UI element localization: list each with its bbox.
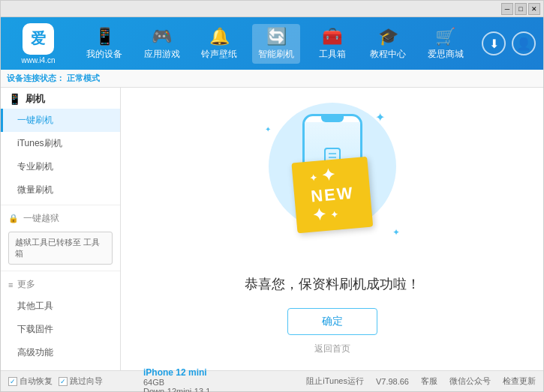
itunes-flash-label: iTunes刷机 xyxy=(17,138,62,148)
apps-games-icon: 🎮 xyxy=(152,27,172,46)
auto-connect-check-icon: ✓ xyxy=(8,377,17,386)
store-icon: 🛒 xyxy=(435,27,455,46)
toolbox-label: 工具箱 xyxy=(319,48,346,61)
nav-ringtones[interactable]: 🔔 铃声壁纸 xyxy=(195,24,243,64)
download-firmware-label: 下载固件 xyxy=(17,324,53,334)
jailbreak-icon: 🔒 xyxy=(8,214,19,223)
confirm-button[interactable]: 确定 xyxy=(287,308,377,335)
title-bar: ─ □ ✕ xyxy=(1,1,543,17)
logo-icon: 爱 xyxy=(23,23,54,55)
one-key-flash-label: 一键刷机 xyxy=(17,115,53,125)
device-model: Down-12mini-13,1 xyxy=(143,387,225,393)
device-status-label: 设备连接状态： xyxy=(7,73,65,82)
sidebar-item-micro-flash[interactable]: 微量刷机 xyxy=(1,178,120,202)
sparkle-3: ✦ xyxy=(392,227,400,238)
logo-url: www.i4.cn xyxy=(21,56,55,64)
smart-flash-icon: 🔄 xyxy=(266,27,287,46)
skip-wizard-checkbox[interactable]: ✓ 跳过向导 xyxy=(59,376,103,387)
app-window: ─ □ ✕ 爱 www.i4.cn 📱 我的设备 🎮 应用游戏 🔔 铃声壁纸 🔄 xyxy=(0,0,544,392)
device-name: iPhone 12 mini xyxy=(143,367,225,378)
store-label: 爱思商城 xyxy=(428,48,464,61)
new-badge: ✦ NEW ✦ xyxy=(291,157,373,233)
nav-my-device[interactable]: 📱 我的设备 xyxy=(80,24,128,64)
advanced-label: 高级功能 xyxy=(17,347,53,358)
sidebar-item-itunes-flash[interactable]: iTunes刷机 xyxy=(1,132,120,155)
sidebar: 📱 刷机 一键刷机 iTunes刷机 专业刷机 微量刷机 🔒 一键越狱 xyxy=(1,88,121,370)
smart-flash-label: 智能刷机 xyxy=(258,48,294,61)
sidebar-item-advanced[interactable]: 高级功能 xyxy=(1,341,120,364)
jailbreak-locked-box: 越狱工具已转移至 工具箱 xyxy=(8,232,113,265)
itunes-status[interactable]: 阻止iTunes运行 xyxy=(306,376,364,387)
pro-flash-label: 专业刷机 xyxy=(17,161,53,172)
close-btn[interactable]: ✕ xyxy=(528,3,540,15)
jailbreak-label: 一键越狱 xyxy=(23,212,59,225)
ringtones-icon: 🔔 xyxy=(209,27,230,46)
jailbreak-section-header: 🔒 一键越狱 xyxy=(1,208,120,229)
header: 爱 www.i4.cn 📱 我的设备 🎮 应用游戏 🔔 铃声壁纸 🔄 智能刷机 … xyxy=(1,17,543,70)
wechat-link[interactable]: 微信公众号 xyxy=(449,376,491,387)
flash-section-header: 📱 刷机 xyxy=(1,88,120,109)
tutorials-icon: 🎓 xyxy=(378,27,398,46)
minimize-btn[interactable]: ─ xyxy=(501,3,513,15)
my-device-icon: 📱 xyxy=(95,27,115,46)
sidebar-item-pro-flash[interactable]: 专业刷机 xyxy=(1,155,120,178)
content-area: 📱 刷机 一键刷机 iTunes刷机 专业刷机 微量刷机 🔒 一键越狱 xyxy=(1,88,543,370)
status-bar: ✓ 自动恢复 ✓ 跳过向导 iPhone 12 mini 64GB Down-1… xyxy=(1,370,543,391)
other-tools-label: 其他工具 xyxy=(17,301,53,311)
more-section-header: ≡ 更多 xyxy=(1,274,120,295)
support-link[interactable]: 客服 xyxy=(421,376,437,387)
jailbreak-locked-text: 越狱工具已转移至 工具箱 xyxy=(15,238,100,258)
more-label: 更多 xyxy=(17,278,35,291)
my-device-label: 我的设备 xyxy=(86,48,122,61)
nav-bar: 📱 我的设备 🎮 应用游戏 🔔 铃声壁纸 🔄 智能刷机 🧰 工具箱 🎓 xyxy=(76,24,474,64)
device-status-value: 正常模式 xyxy=(67,73,100,82)
success-illustration: ✦ NEW ✦ ✦ ✦ ✦ xyxy=(257,103,407,268)
nav-store[interactable]: 🛒 爱思商城 xyxy=(422,24,470,64)
sidebar-item-other-tools[interactable]: 其他工具 xyxy=(1,295,120,318)
phone-notch xyxy=(321,116,344,122)
divider-2 xyxy=(1,271,120,271)
flash-section-icon: 📱 xyxy=(8,93,21,105)
toolbox-icon: 🧰 xyxy=(322,27,342,46)
maximize-btn[interactable]: □ xyxy=(515,3,527,15)
sidebar-item-one-key-flash[interactable]: 一键刷机 xyxy=(1,109,120,132)
auto-connect-label: 自动恢复 xyxy=(20,376,53,387)
sidebar-item-download-firmware[interactable]: 下载固件 xyxy=(1,318,120,341)
device-storage: 64GB xyxy=(143,378,225,387)
tutorials-label: 教程中心 xyxy=(370,48,406,61)
nav-toolbox[interactable]: 🧰 工具箱 xyxy=(310,24,355,64)
success-text: 恭喜您，保资料刷机成功啦！ xyxy=(245,275,420,293)
go-home-link[interactable]: 返回首页 xyxy=(314,343,350,355)
micro-flash-label: 微量刷机 xyxy=(17,184,53,195)
more-icon: ≡ xyxy=(8,280,13,289)
sparkle-2: ✦ xyxy=(265,125,271,133)
apps-games-label: 应用游戏 xyxy=(144,48,180,61)
check-update-link[interactable]: 检查更新 xyxy=(503,376,536,387)
ringtones-label: 铃声壁纸 xyxy=(201,48,237,61)
status-left: ✓ 自动恢复 ✓ 跳过向导 xyxy=(8,376,136,387)
skip-wizard-label: 跳过向导 xyxy=(70,376,103,387)
version-text: V7.98.66 xyxy=(376,377,409,386)
flash-section-label: 刷机 xyxy=(26,92,45,106)
download-button[interactable]: ⬇ xyxy=(482,31,506,55)
nav-apps-games[interactable]: 🎮 应用游戏 xyxy=(138,24,186,64)
sparkle-1: ✦ xyxy=(375,110,385,124)
device-status-bar: 设备连接状态： 正常模式 xyxy=(1,70,543,88)
nav-tutorials[interactable]: 🎓 教程中心 xyxy=(364,24,412,64)
divider-1 xyxy=(1,205,120,205)
nav-smart-flash[interactable]: 🔄 智能刷机 xyxy=(252,24,300,64)
logo: 爱 www.i4.cn xyxy=(8,23,68,64)
main-content: ✦ NEW ✦ ✦ ✦ ✦ 恭喜您，保资料刷机成功啦！ 确定 返回首页 xyxy=(121,88,543,370)
header-right: ⬇ 👤 xyxy=(482,31,536,55)
status-right: 阻止iTunes运行 V7.98.66 客服 微信公众号 检查更新 xyxy=(306,376,536,387)
auto-connect-checkbox[interactable]: ✓ 自动恢复 xyxy=(8,376,53,387)
skip-wizard-check-icon: ✓ xyxy=(59,377,68,386)
device-info: iPhone 12 mini 64GB Down-12mini-13,1 xyxy=(136,367,225,393)
user-button[interactable]: 👤 xyxy=(512,31,536,55)
